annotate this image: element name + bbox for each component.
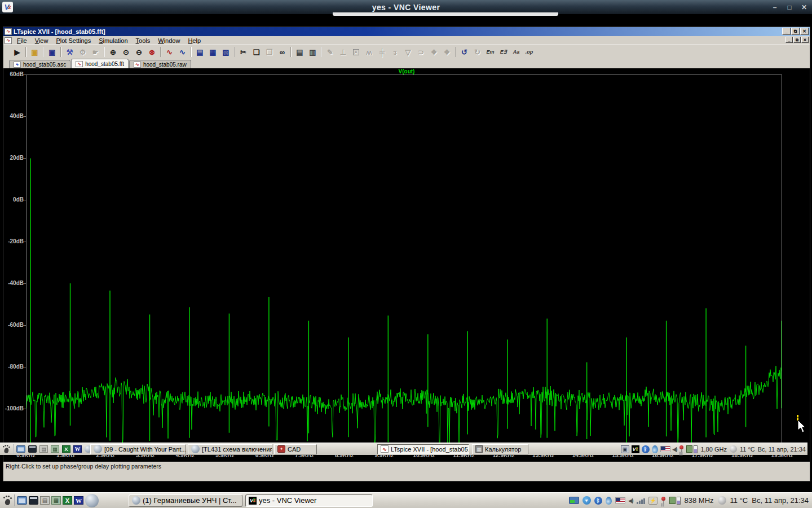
menu-tools[interactable]: Tools — [132, 37, 155, 44]
run-button[interactable]: ▶ — [11, 46, 24, 58]
control-panel-hammer-button[interactable]: ⚒ — [63, 46, 76, 58]
resistor-button[interactable]: ʍ — [363, 46, 376, 58]
fft-trace-canvas[interactable] — [27, 75, 782, 450]
autorange-y-button[interactable]: ∿ — [176, 46, 189, 58]
wine-icon[interactable] — [679, 445, 684, 453]
vnc-icon[interactable]: V2 — [249, 497, 257, 505]
vnc-minimize-button[interactable]: – — [770, 3, 779, 11]
tile-vertical-button[interactable]: ▦ — [206, 46, 219, 58]
draw-wire-button[interactable]: ✎ — [324, 46, 337, 58]
ltspice-titlebar[interactable]: ∿ LTspice XVII - [hood_stab05.fft] _⧉✕ — [3, 27, 810, 36]
applications-menu-icon[interactable] — [2, 496, 12, 506]
temperature[interactable]: 11 °C — [740, 446, 755, 453]
floppy-drive-icon[interactable]: ▤ — [40, 496, 50, 505]
main-minimize-button[interactable]: _ — [782, 28, 791, 35]
weather-icon[interactable] — [730, 445, 737, 453]
terminal-icon[interactable] — [29, 496, 38, 505]
component-button[interactable]: ❖ — [427, 46, 440, 58]
calculator-icon[interactable]: ▦ — [51, 445, 59, 453]
water-drop-icon[interactable] — [652, 445, 658, 453]
open-button[interactable]: ▣ — [28, 46, 41, 58]
applications-menu-icon[interactable] — [2, 445, 10, 453]
excel-icon[interactable]: X — [63, 496, 72, 505]
taskbar-button[interactable]: [TL431 схема включения, ... — [188, 444, 272, 454]
calculator-small-icon[interactable]: ▦ — [475, 445, 483, 453]
folder-transfer-icon[interactable] — [569, 497, 579, 504]
terminal-icon[interactable] — [28, 445, 37, 453]
cpu-meter-icon[interactable] — [669, 497, 681, 505]
net-label-button[interactable]: A — [350, 46, 363, 58]
tab-hood_stab05.raw[interactable]: ∿hood_stab05.raw — [129, 60, 191, 68]
pan-hand-button[interactable]: ☛ — [89, 46, 102, 58]
child-minimize-button[interactable]: _ — [785, 37, 793, 43]
browser-sphere-icon[interactable] — [85, 494, 99, 507]
find-button[interactable]: ∞ — [276, 46, 289, 58]
clock[interactable]: Вс, 11 апр, 21:34 — [752, 496, 809, 505]
speaker-icon[interactable]: ◀) — [629, 498, 633, 503]
main-close-button[interactable]: ✕ — [800, 28, 809, 35]
charge-icon[interactable]: ⚡ — [648, 497, 657, 505]
sphere-icon[interactable] — [191, 445, 200, 453]
telegram-icon[interactable]: ➤ — [582, 496, 591, 505]
cpu-meter-icon[interactable] — [686, 445, 698, 453]
vnc-toolbar-strip[interactable] — [333, 12, 558, 16]
floppy-drive-icon[interactable]: ▤ — [39, 445, 48, 453]
word-icon[interactable]: W — [74, 496, 83, 505]
us-flag-icon[interactable] — [660, 446, 670, 452]
cpu-frequency[interactable]: 838 MHz — [685, 496, 714, 505]
child-restore-button[interactable]: ⧉ — [793, 37, 801, 43]
zoom-out-button[interactable]: ⊖ — [133, 46, 145, 58]
speaker-icon[interactable]: ◀) — [673, 446, 677, 452]
cpu-frequency[interactable]: 1,80 GHz — [700, 446, 726, 453]
weather-icon[interactable] — [718, 496, 726, 505]
cut-button[interactable]: ✂ — [237, 46, 250, 58]
edit-wrench-button[interactable]: ⚙ — [76, 46, 89, 58]
vnc-close-button[interactable]: ✕ — [800, 3, 809, 11]
trace-name-label[interactable]: V(out) — [3, 68, 810, 75]
menu-file[interactable]: File — [13, 37, 31, 44]
redo-button[interactable]: ↻ — [471, 46, 484, 58]
us-flag-icon[interactable] — [615, 497, 625, 503]
menu-window[interactable]: Window — [154, 37, 184, 44]
ltspice-icon[interactable]: ∿ — [381, 445, 389, 453]
zoom-in-button[interactable]: ⊕ — [107, 46, 120, 58]
taskbar-button[interactable]: (1) Германиевые УНЧ | Ст... — [129, 494, 242, 507]
print-button[interactable]: ▤ — [293, 46, 306, 58]
zoom-back-button[interactable]: ⊙ — [120, 46, 133, 58]
cad-icon[interactable]: ✦ — [277, 445, 285, 453]
paste-button[interactable]: ❒ — [263, 46, 276, 58]
misc-component-button[interactable]: ❖ — [440, 46, 453, 58]
text-button[interactable]: Aa — [510, 46, 523, 58]
taskbar-button[interactable]: V2yes - VNC Viewer — [245, 494, 373, 507]
main-restore-button[interactable]: ⧉ — [791, 28, 800, 35]
tile-horizontal-button[interactable]: ▤ — [193, 46, 206, 58]
spice-directive-button[interactable]: .op — [523, 46, 536, 58]
file-manager-icon[interactable] — [17, 496, 27, 505]
inductor-button[interactable]: ɜ — [389, 46, 401, 58]
water-drop-icon[interactable] — [606, 497, 612, 505]
logic-gate-button[interactable]: ⊃ — [414, 46, 427, 58]
diode-button[interactable]: ▽ — [401, 46, 414, 58]
clock[interactable]: Вс, 11 апр, 21:34 — [758, 446, 806, 453]
zoom-full-extents-button[interactable]: ⊗ — [145, 46, 158, 58]
sphere-icon[interactable] — [94, 445, 102, 453]
plot-settings-button[interactable]: ∿ — [163, 46, 176, 58]
excel-icon[interactable]: X — [62, 445, 70, 453]
taskbar-button[interactable]: ▦Калькулятор — [472, 444, 528, 454]
vnc-icon[interactable]: V2 — [632, 445, 639, 453]
save-button[interactable]: ▣ — [46, 46, 59, 58]
signal-bars-icon[interactable] — [637, 497, 645, 504]
calculator-icon[interactable]: ▦ — [51, 496, 61, 505]
fft-plot-pane[interactable]: V(out) 60dB40dB20dB0dB-20dB-40dB-60dB-80… — [3, 68, 810, 462]
capacitor-button[interactable]: ╪ — [376, 46, 389, 58]
wine-icon[interactable] — [661, 497, 666, 505]
undo-button[interactable]: ↺ — [458, 46, 471, 58]
print-preview-button[interactable]: ▥ — [306, 46, 319, 58]
word-icon[interactable]: W — [73, 445, 82, 453]
child-close-button[interactable]: ✕ — [801, 37, 809, 43]
file-manager-icon[interactable] — [16, 445, 25, 453]
cascade-windows-button[interactable]: ▧ — [219, 46, 232, 58]
move-button[interactable]: Em — [484, 46, 497, 58]
drag-button[interactable]: E∃ — [497, 46, 510, 58]
taskbar-button[interactable]: ✦CAD — [274, 444, 317, 454]
